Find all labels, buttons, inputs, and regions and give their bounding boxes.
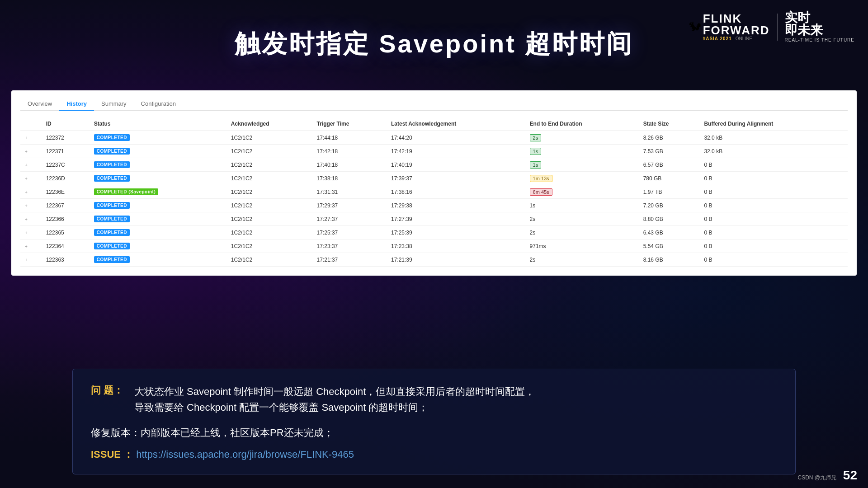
state-size-cell: 7.53 GB (641, 145, 702, 158)
expand-cell[interactable]: + (20, 158, 43, 172)
info-box: 问 题： 大状态作业 Savepoint 制作时间一般远超 Checkpoint… (72, 369, 796, 474)
trigger-time-cell: 17:42:18 (314, 145, 388, 158)
state-size-cell: 7.20 GB (641, 199, 702, 212)
latest-ack-cell: 17:44:20 (388, 131, 527, 145)
table-row: + 122372 COMPLETED 1C2/1C2 17:44:18 17:4… (20, 131, 848, 145)
checkpoint-table-body: + 122372 COMPLETED 1C2/1C2 17:44:18 17:4… (20, 131, 848, 267)
csdn-label: CSDN @九师兄 (797, 474, 836, 482)
fix-label: 修复版本： (91, 427, 141, 438)
state-size-cell: 8.26 GB (641, 131, 702, 145)
expand-cell[interactable]: + (20, 172, 43, 185)
fix-content: 内部版本已经上线，社区版本PR还未完成； (141, 427, 334, 438)
tab-summary[interactable]: Summary (94, 98, 134, 111)
status-cell: COMPLETED (Savepoint) (91, 185, 228, 199)
status-badge: COMPLETED (94, 175, 130, 182)
state-size-cell: 6.57 GB (641, 158, 702, 172)
duration-badge: 1s (530, 161, 542, 169)
status-badge: COMPLETED (94, 243, 130, 249)
expand-cell[interactable]: + (20, 199, 43, 212)
col-latest-ack: Latest Acknowledgement (388, 117, 527, 131)
page-number: 52 (843, 468, 857, 483)
duration-cell: 1m 13s (527, 172, 641, 185)
table-row: + 122367 COMPLETED 1C2/1C2 17:29:37 17:2… (20, 199, 848, 212)
status-cell: COMPLETED (91, 131, 228, 145)
status-cell: COMPLETED (91, 145, 228, 158)
latest-ack-cell: 17:38:16 (388, 185, 527, 199)
status-badge-savepoint: COMPLETED (Savepoint) (94, 188, 159, 195)
latest-ack-cell: 17:40:19 (388, 158, 527, 172)
acknowledged-cell: 1C2/1C2 (228, 239, 314, 253)
id-cell: 122372 (43, 131, 91, 145)
buffered-cell: 0 B (701, 199, 848, 212)
state-size-cell: 6.43 GB (641, 226, 702, 239)
expand-cell[interactable]: + (20, 145, 43, 158)
duration-cell: 971ms (527, 239, 641, 253)
buffered-cell: 0 B (701, 253, 848, 267)
buffered-cell: 32.0 kB (701, 145, 848, 158)
status-cell: COMPLETED (91, 239, 228, 253)
duration-value: 971ms (530, 243, 546, 249)
trigger-time-cell: 17:44:18 (314, 131, 388, 145)
id-cell: 12236D (43, 172, 91, 185)
state-size-cell: 8.80 GB (641, 212, 702, 226)
duration-cell: 1s (527, 158, 641, 172)
table-row: + 122371 COMPLETED 1C2/1C2 17:42:18 17:4… (20, 145, 848, 158)
trigger-time-cell: 17:23:37 (314, 239, 388, 253)
status-cell: COMPLETED (91, 158, 228, 172)
duration-cell: 2s (527, 212, 641, 226)
id-cell: 122364 (43, 239, 91, 253)
acknowledged-cell: 1C2/1C2 (228, 172, 314, 185)
state-size-cell: 8.16 GB (641, 253, 702, 267)
buffered-cell: 32.0 kB (701, 131, 848, 145)
id-cell: 122363 (43, 253, 91, 267)
status-cell: COMPLETED (91, 212, 228, 226)
duration-cell: 2s (527, 131, 641, 145)
table-row: + 122363 COMPLETED 1C2/1C2 17:21:37 17:2… (20, 253, 848, 267)
state-size-cell: 5.54 GB (641, 239, 702, 253)
duration-badge: 1m 13s (530, 175, 552, 182)
tab-overview[interactable]: Overview (20, 98, 59, 111)
table-row: + 12237C COMPLETED 1C2/1C2 17:40:18 17:4… (20, 158, 848, 172)
id-cell: 122371 (43, 145, 91, 158)
issue-link[interactable]: https://issues.apache.org/jira/browse/FL… (136, 449, 354, 460)
issue-label: ISSUE ： (91, 449, 133, 460)
tab-configuration[interactable]: Configuration (134, 98, 183, 111)
buffered-cell: 0 B (701, 226, 848, 239)
duration-value: 2s (530, 257, 536, 263)
buffered-cell: 0 B (701, 239, 848, 253)
status-badge: COMPLETED (94, 229, 130, 236)
latest-ack-cell: 17:27:39 (388, 212, 527, 226)
expand-cell[interactable]: + (20, 239, 43, 253)
id-cell: 12237C (43, 158, 91, 172)
table-row: + 122366 COMPLETED 1C2/1C2 17:27:37 17:2… (20, 212, 848, 226)
acknowledged-cell: 1C2/1C2 (228, 185, 314, 199)
table-row: + 12236D COMPLETED 1C2/1C2 17:38:18 17:3… (20, 172, 848, 185)
expand-cell[interactable]: + (20, 253, 43, 267)
acknowledged-cell: 1C2/1C2 (228, 226, 314, 239)
chinese-slogan-line1: 实时 (785, 11, 810, 24)
trigger-time-cell: 17:31:31 (314, 185, 388, 199)
trigger-time-cell: 17:29:37 (314, 199, 388, 212)
duration-cell: 1s (527, 199, 641, 212)
tab-history[interactable]: History (59, 98, 94, 111)
status-badge: COMPLETED (94, 161, 130, 168)
col-acknowledged: Acknowledged (228, 117, 314, 131)
expand-cell[interactable]: + (20, 131, 43, 145)
duration-cell: 2s (527, 253, 641, 267)
duration-badge: 6m 45s (530, 188, 552, 196)
buffered-cell: 0 B (701, 212, 848, 226)
expand-cell[interactable]: + (20, 226, 43, 239)
col-id: ID (43, 117, 91, 131)
acknowledged-cell: 1C2/1C2 (228, 145, 314, 158)
expand-cell[interactable]: + (20, 212, 43, 226)
duration-value: 1s (530, 202, 536, 209)
col-state-size: State Size (641, 117, 702, 131)
acknowledged-cell: 1C2/1C2 (228, 212, 314, 226)
status-cell: COMPLETED (91, 226, 228, 239)
expand-cell[interactable]: + (20, 185, 43, 199)
latest-ack-cell: 17:21:39 (388, 253, 527, 267)
col-duration: End to End Duration (527, 117, 641, 131)
checkpoint-panel: Overview History Summary Configuration I… (11, 90, 857, 276)
state-size-cell: 780 GB (641, 172, 702, 185)
col-status: Status (91, 117, 228, 131)
